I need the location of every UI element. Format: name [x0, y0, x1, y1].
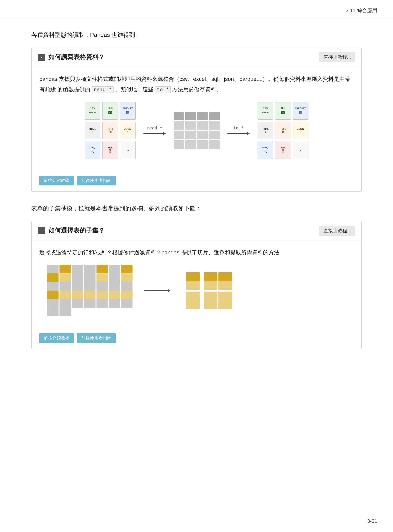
df-cell	[209, 112, 220, 120]
read-write-diagram: CSV ≡≡≡ XLS ▦ PARQUET ▤ HTML <>	[39, 102, 354, 159]
df-cell	[185, 121, 196, 130]
s-cell	[72, 299, 83, 308]
read-arrow-label: read_*	[147, 125, 162, 130]
dataframe-grid	[174, 112, 220, 149]
s-cell	[47, 282, 59, 291]
card2-guide-btn[interactable]: 前往使用者指南	[77, 333, 116, 343]
s-cell	[201, 300, 203, 309]
s-cell	[218, 292, 232, 300]
card2-footer: 前往介紹教學 前往使用者指南	[31, 329, 362, 349]
card2-title: 如何選擇表的子集？	[48, 226, 105, 235]
subset-arrow	[144, 289, 171, 292]
df-cell	[185, 140, 196, 149]
card1-tutorial-button[interactable]: 直接上教程...	[319, 52, 355, 62]
s-cell	[47, 299, 59, 308]
s-cell	[84, 282, 95, 291]
file-icon-hdf5-left: HDF5 HDF	[102, 122, 118, 139]
card2-description: 選擇或過濾特定的行和/或列？根據條件過濾資料？pandas 提供了切片、選擇和提…	[39, 247, 354, 258]
subset-grid-left	[47, 265, 133, 316]
card1-guide-btn[interactable]: 前往使用者指南	[77, 176, 116, 185]
subset-grid-right	[186, 272, 232, 309]
section-title: 3.11 綜合應用	[346, 7, 377, 13]
file-icon-xls-left: XLS ▦	[102, 102, 118, 120]
df-cell	[197, 131, 208, 139]
card1-collapse-button[interactable]: -	[38, 54, 45, 61]
s-cell	[204, 292, 217, 300]
s-cell	[97, 308, 108, 316]
subset-result-row	[186, 292, 232, 300]
s-cell	[84, 291, 95, 299]
file-icon-csv-right: CSV ≡≡≡	[258, 102, 273, 120]
card-read-write: - 如何讀寫表格資料？ 直接上教程... pandas 支援與多種文件格式或開箱…	[31, 48, 362, 192]
card1-intro-btn[interactable]: 前往介紹教學	[39, 176, 74, 185]
file-icon-more-left: ...	[120, 141, 136, 159]
s-cell	[201, 281, 203, 290]
file-grid-right: CSV ≡≡≡ XLS ▦ PARQUET ▤ HTML <>	[258, 102, 309, 159]
file-icon-sql-left: SQL 🗄	[102, 141, 118, 159]
file-icon-parquet-left: PARQUET ▤	[120, 102, 136, 120]
page-number: 3-31	[367, 518, 377, 524]
subset-row	[47, 265, 133, 273]
df-cell	[209, 121, 220, 130]
s-cell	[72, 273, 83, 282]
s-cell	[204, 272, 217, 281]
card2-collapse-button[interactable]: -	[38, 227, 45, 234]
card2-tutorial-button[interactable]: 直接上教程...	[319, 226, 355, 236]
s-cell	[109, 273, 120, 282]
intro-text-2: 表單的子集抽換，也就是本書常提到的多欄、多列的讀取如下圖：	[31, 203, 362, 213]
s-cell	[201, 272, 203, 281]
s-cell	[47, 291, 59, 299]
subset-result-row	[186, 281, 232, 290]
s-cell	[72, 282, 83, 291]
df-cell	[174, 131, 184, 139]
subset-result-row	[186, 272, 232, 281]
df-cell	[174, 140, 184, 149]
to-arrow-label: to_*	[233, 125, 244, 130]
file-icon-more-right: ...	[293, 141, 309, 159]
page-footer: 3-31	[16, 516, 377, 524]
s-cell	[204, 281, 217, 290]
s-cell	[97, 291, 108, 299]
s-cell	[97, 282, 108, 291]
subset-arrow-line	[144, 289, 171, 292]
s-cell	[121, 273, 133, 282]
to-arrow: to_*	[227, 125, 250, 135]
s-cell	[97, 273, 108, 282]
s-cell	[84, 273, 95, 282]
s-cell	[109, 282, 120, 291]
s-cell	[84, 299, 95, 308]
card2-body: 選擇或過濾特定的行和/或列？根據條件過濾資料？pandas 提供了切片、選擇和提…	[31, 240, 362, 329]
s-cell	[97, 265, 108, 273]
s-cell	[109, 308, 120, 316]
read-star-code: read_*	[92, 86, 114, 93]
card2-intro-btn[interactable]: 前往介紹教學	[39, 333, 74, 343]
desc-text-2: 。類似地，這些	[113, 86, 155, 92]
file-icon-json-right: JSON {}	[293, 122, 309, 139]
to-star-code: to_*	[155, 86, 171, 93]
file-icon-json-left: JSON {}	[120, 122, 136, 139]
s-cell	[186, 300, 200, 309]
intro-text-1: 各種資料型態的讀取，Pandas 也辦得到！	[31, 30, 362, 40]
file-icon-gbq-right: GBQ 🔍	[258, 141, 273, 159]
df-cell	[197, 140, 208, 149]
s-cell	[59, 265, 71, 273]
s-cell	[109, 299, 120, 308]
card1-footer: 前往介紹教學 前往使用者指南	[31, 172, 362, 191]
s-cell	[218, 272, 232, 281]
file-grid-left: CSV ≡≡≡ XLS ▦ PARQUET ▤ HTML <>	[85, 102, 136, 159]
file-icon-html-right: HTML <>	[258, 122, 273, 139]
file-icon-html-left: HTML <>	[85, 122, 100, 139]
s-cell	[47, 265, 59, 273]
file-icon-sql-right: SQL 🗄	[275, 141, 291, 159]
card1-header-left: - 如何讀寫表格資料？	[38, 53, 105, 61]
df-cell	[185, 131, 196, 139]
df-cell	[209, 131, 220, 139]
s-cell	[97, 299, 108, 308]
subset-row	[47, 273, 133, 282]
file-icon-gbq-left: GBQ 🔍	[85, 141, 100, 159]
s-cell	[59, 299, 71, 308]
s-cell	[218, 300, 232, 309]
file-icon-hdf5-right: HDF5 HDF	[275, 122, 291, 139]
df-cell	[209, 140, 220, 149]
s-cell	[186, 292, 200, 300]
